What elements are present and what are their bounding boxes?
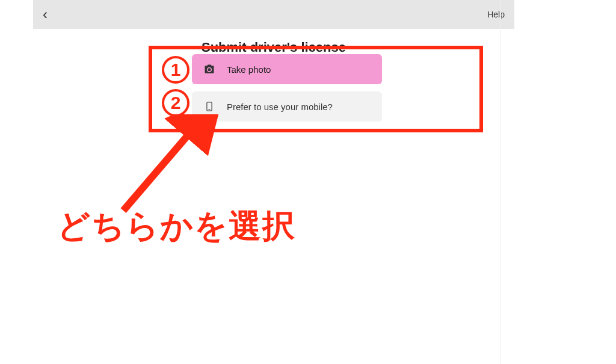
page-title: Submit driver's license [33,40,514,55]
take-photo-button[interactable]: Take photo [192,54,382,84]
mobile-icon [203,100,216,113]
help-link[interactable]: Help [487,10,505,19]
annotation-arrow-icon [105,114,226,217]
annotation-badge-1: 1 [162,56,189,84]
modal-pane: ‹ Help Submit driver's license Take phot… [33,0,514,364]
right-divider [500,0,501,364]
annotation-instruction-text: どちらかを選択 [57,205,296,248]
use-mobile-button[interactable]: Prefer to use your mobile? [192,91,382,122]
header-bar: ‹ Help [33,0,514,29]
take-photo-label: Take photo [227,64,271,75]
upload-options: Take photo Prefer to use your mobile? [192,54,382,129]
camera-icon [203,63,216,76]
annotation-badge-2: 2 [162,89,189,117]
use-mobile-label: Prefer to use your mobile? [227,102,333,112]
back-chevron-icon[interactable]: ‹ [43,7,48,22]
svg-line-3 [123,126,196,211]
